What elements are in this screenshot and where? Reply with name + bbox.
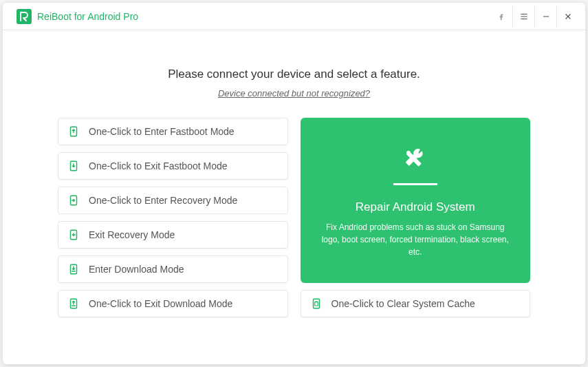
exit-recovery-icon <box>67 228 80 242</box>
feature-label: One-Click to Enter Fastboot Mode <box>89 126 235 137</box>
exit-download-icon <box>67 297 80 311</box>
enter-download-button[interactable]: Enter Download Mode <box>58 255 288 283</box>
prompt-text: Please connect your device and select a … <box>58 67 530 81</box>
facebook-icon[interactable] <box>490 6 512 28</box>
app-title: ReiBoot for Android Pro <box>37 11 138 22</box>
app-window: ReiBoot for Android Pro Please connect y… <box>3 3 585 364</box>
exit-download-button[interactable]: One-Click to Exit Download Mode <box>58 290 288 317</box>
menu-icon[interactable] <box>512 6 534 28</box>
close-icon[interactable] <box>556 6 578 28</box>
titlebar: ReiBoot for Android Pro <box>3 3 585 30</box>
feature-label: Enter Download Mode <box>89 264 184 275</box>
enter-fastboot-button[interactable]: One-Click to Enter Fastboot Mode <box>58 118 288 145</box>
app-logo: ReiBoot for Android Pro <box>17 9 138 24</box>
device-not-recognized-link[interactable]: Device connected but not recognized? <box>58 88 530 98</box>
exit-recovery-button[interactable]: Exit Recovery Mode <box>58 221 288 249</box>
minimize-icon[interactable] <box>534 6 556 28</box>
svg-rect-8 <box>313 299 319 308</box>
repair-description: Fix Andriod problems such as stuck on Sa… <box>320 221 512 258</box>
clear-cache-button[interactable]: One-Click to Clear System Cache <box>301 290 531 317</box>
repair-title: Repair Android System <box>356 200 475 214</box>
enter-recovery-icon <box>67 193 80 207</box>
feature-label: One-Click to Exit Fastboot Mode <box>89 160 228 171</box>
feature-grid: One-Click to Enter Fastboot Mode One-Cli… <box>58 118 530 317</box>
reiboot-logo-icon <box>17 9 32 24</box>
enter-fastboot-icon <box>67 125 80 138</box>
feature-label: One-Click to Enter Recovery Mode <box>89 195 237 206</box>
exit-fastboot-button[interactable]: One-Click to Exit Fastboot Mode <box>58 152 288 180</box>
main-content: Please connect your device and select a … <box>3 30 585 364</box>
enter-recovery-button[interactable]: One-Click to Enter Recovery Mode <box>58 187 288 214</box>
tools-icon <box>399 143 432 176</box>
exit-fastboot-icon <box>67 159 80 173</box>
enter-download-icon <box>67 262 80 276</box>
feature-label: One-Click to Exit Download Mode <box>89 298 232 309</box>
titlebar-controls <box>490 6 578 28</box>
right-column: Repair Android System Fix Andriod proble… <box>301 118 531 317</box>
left-column: One-Click to Enter Fastboot Mode One-Cli… <box>58 118 288 317</box>
divider <box>393 183 437 185</box>
svg-rect-0 <box>17 9 32 24</box>
feature-label: Exit Recovery Mode <box>89 229 175 240</box>
repair-android-card[interactable]: Repair Android System Fix Andriod proble… <box>301 118 531 283</box>
svg-point-7 <box>407 151 410 154</box>
clear-cache-icon <box>309 297 323 311</box>
feature-label: One-Click to Clear System Cache <box>331 298 475 309</box>
